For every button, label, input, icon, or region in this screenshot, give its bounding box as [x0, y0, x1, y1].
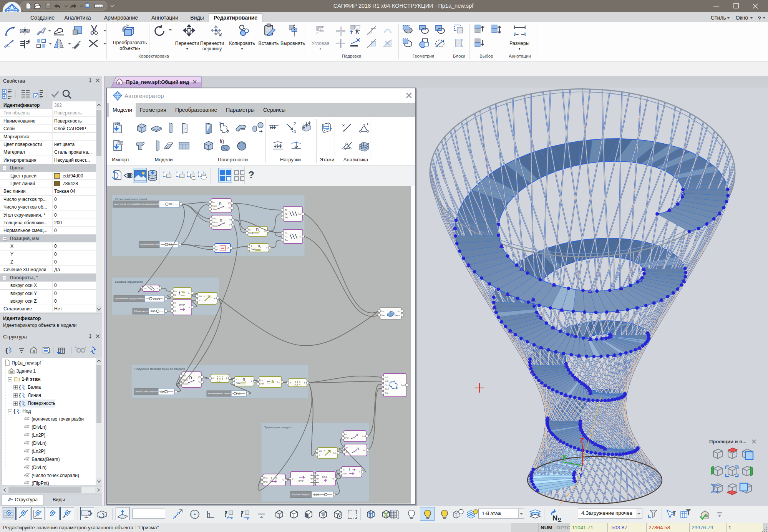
svg-text:V: V [282, 479, 284, 481]
svg-text:Ln: Ln [299, 235, 301, 238]
svg-text:2: 2 [294, 121, 296, 126]
svg-text:число точек спирали: число точек спирали [136, 390, 158, 393]
svg-text:P1: P1 [285, 209, 287, 211]
svg-text:DXF: DXF [118, 142, 124, 145]
svg-text:Сетка наклонных линий: Сетка наклонных линий [115, 197, 147, 201]
svg-text:P: P [266, 247, 267, 249]
svg-text:Lst: Lst [319, 450, 322, 452]
svg-text:st: st [324, 449, 326, 452]
svg-text:XYZ: XYZ [299, 480, 304, 482]
svg-text:Beam: Beam [395, 314, 400, 317]
svg-text:XYZ: XYZ [322, 476, 327, 478]
svg-text:Lst: Lst [213, 297, 216, 300]
svg-text:V: V [292, 478, 294, 480]
svg-text:P: P [304, 382, 305, 384]
svg-text:Ln2: Ln2 [385, 380, 388, 382]
svg-text:5.00: 5.00 [314, 493, 319, 496]
svg-text:Num: Num [213, 221, 218, 224]
svg-text:Num: Num [249, 232, 254, 234]
svg-text:P: P [249, 229, 251, 231]
svg-text:100: 100 [151, 310, 156, 313]
svg-text:V: V [189, 306, 190, 308]
svg-text:V: V [359, 471, 360, 473]
svg-text:obj: obj [114, 122, 120, 126]
svg-text:P: P [251, 380, 252, 383]
svg-text:L: L [349, 467, 351, 472]
svg-text:P: P [251, 245, 252, 247]
svg-text:Пр1а_new.spf:Общий вид: Пр1а_new.spf:Общий вид [126, 79, 189, 85]
svg-text:C: C [227, 247, 229, 249]
svg-text:Ln: Ln [174, 290, 177, 292]
svg-text:P: P [198, 376, 200, 378]
svg-text:Общая высота: Общая высота [134, 310, 150, 312]
svg-text:Ln: Ln [156, 287, 158, 290]
svg-text:Ln: Ln [212, 201, 215, 203]
svg-text:23.28: 23.28 [153, 297, 160, 300]
svg-text:Par: Par [260, 383, 264, 385]
svg-text:P: P [290, 382, 291, 384]
svg-text:Базовые окружности: Базовые окружности [115, 280, 143, 283]
svg-text:Surf: Surf [401, 384, 405, 386]
svg-text:A: A [355, 30, 359, 35]
svg-text:f(): f() [220, 139, 224, 144]
svg-text:Y: Y [579, 472, 583, 479]
svg-text:X: X [174, 302, 176, 304]
svg-text:Pt1: Pt1 [264, 477, 267, 479]
svg-text:Par: Par [285, 216, 288, 219]
svg-text:Ln: Ln [299, 213, 301, 215]
svg-text:P: P [228, 202, 230, 204]
svg-text:Step: Step [213, 225, 217, 227]
svg-text:P: P [346, 447, 348, 449]
svg-text:1: 1 [271, 477, 273, 480]
svg-text:V: V [343, 469, 345, 471]
svg-text:o: o [558, 516, 561, 522]
svg-text:y: y [247, 515, 249, 520]
svg-text:2: 2 [227, 129, 229, 134]
svg-text:n: n [256, 227, 259, 232]
svg-text:2: 2 [219, 121, 221, 126]
svg-text:x: x [231, 515, 233, 520]
svg-text:Num: Num [212, 205, 217, 207]
svg-text:Lst: Lst [260, 379, 264, 381]
svg-text:Ширина пандуса: Ширина пандуса [292, 493, 310, 496]
svg-text:Ln: Ln [398, 310, 400, 312]
svg-text:скручивание точек: скручивание точек [140, 243, 160, 245]
svg-text:n: n [258, 243, 260, 249]
svg-text:P: P [236, 378, 237, 381]
svg-text:n: n [243, 377, 245, 382]
svg-text:Cx2: Cx2 [385, 388, 389, 390]
svg-text:Lst: Lst [277, 381, 280, 383]
svg-text:Lst: Lst [199, 295, 202, 297]
svg-text:19: 19 [169, 243, 172, 246]
svg-text:XYZ: XYZ [179, 303, 185, 307]
svg-text:V: V [199, 299, 201, 302]
svg-text:V: V [332, 478, 334, 480]
svg-text:Ln1: Ln1 [385, 376, 388, 378]
svg-text:P2: P2 [285, 235, 287, 238]
svg-text:Ln: Ln [144, 287, 146, 290]
svg-text:V: V [229, 224, 231, 226]
svg-text:Par: Par [382, 314, 385, 317]
svg-text:2: 2 [396, 386, 398, 389]
svg-text:Ln: Ln [213, 217, 216, 220]
svg-text:Par: Par [285, 239, 288, 241]
svg-text:Ln: Ln [382, 310, 384, 312]
svg-text:B: B [216, 249, 218, 251]
svg-text:Ln: Ln [188, 292, 190, 294]
svg-text:Y: Y [174, 306, 176, 308]
svg-text:Cx1: Cx1 [385, 384, 389, 386]
svg-text:P: P [212, 377, 214, 380]
svg-text:P: P [226, 377, 227, 380]
svg-text:Ln: Ln [362, 435, 365, 438]
svg-text:100: 100 [160, 390, 165, 393]
svg-text:D: D [174, 294, 176, 296]
svg-text:Pt2: Pt2 [264, 481, 267, 483]
svg-text:Lst: Lst [333, 452, 337, 454]
svg-text:{: { [5, 347, 8, 354]
svg-text:n: n [219, 201, 222, 206]
svg-text:количество точек разбиения окр: количество точек разбиения окружностей [114, 203, 159, 205]
svg-text:V: V [228, 207, 230, 209]
svg-text:?: ? [758, 16, 761, 21]
svg-text:P: P [345, 433, 347, 436]
svg-text:Step: Step [212, 208, 217, 210]
